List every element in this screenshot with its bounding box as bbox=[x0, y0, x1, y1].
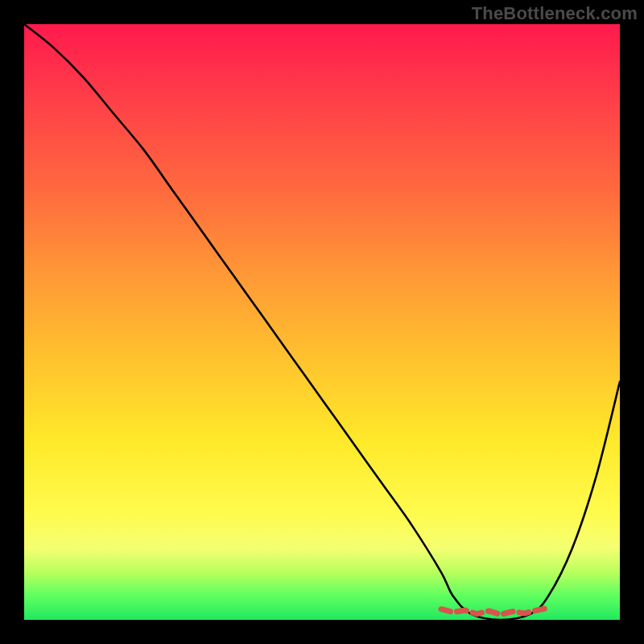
chart-svg bbox=[24, 24, 620, 620]
plot-area bbox=[24, 24, 620, 620]
chart-stage: TheBottleneck.com bbox=[0, 0, 644, 644]
bottleneck-curve bbox=[24, 24, 620, 620]
watermark-text: TheBottleneck.com bbox=[472, 3, 638, 24]
